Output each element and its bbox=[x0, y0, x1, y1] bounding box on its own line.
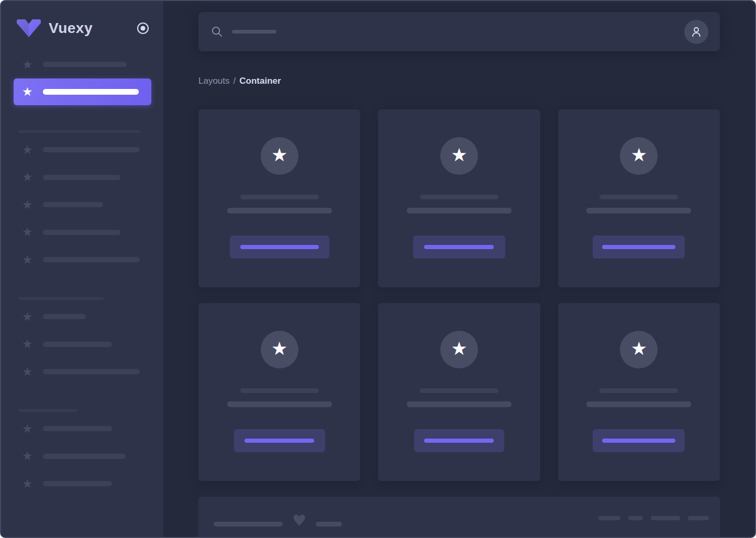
card-title-bar bbox=[599, 388, 678, 393]
sidebar-item[interactable]: ★ bbox=[1, 477, 163, 490]
card-title-bar bbox=[240, 195, 319, 199]
footer-link-bar bbox=[628, 516, 643, 520]
card-button[interactable] bbox=[413, 236, 505, 259]
heart-icon: ♥ bbox=[292, 513, 306, 529]
card-avatar-circle: ★ bbox=[620, 137, 658, 175]
card-button[interactable] bbox=[414, 429, 504, 452]
breadcrumb: Layouts/Container bbox=[198, 76, 720, 86]
vuexy-logo-icon bbox=[16, 19, 41, 38]
demo-card: ★ bbox=[198, 303, 360, 481]
demo-card: ★ bbox=[558, 109, 720, 287]
breadcrumb-separator: / bbox=[234, 76, 236, 86]
menu-label-bar bbox=[43, 202, 103, 207]
sidebar-item[interactable]: ★ bbox=[1, 450, 163, 463]
card-subtitle-bar bbox=[586, 401, 691, 407]
footer-left-group: ♥ bbox=[214, 516, 342, 532]
menu-label-bar bbox=[43, 426, 112, 431]
menu-label-bar bbox=[43, 89, 139, 95]
sidebar-item[interactable]: ★ bbox=[1, 198, 163, 211]
sidebar-item[interactable]: ★ bbox=[1, 58, 163, 71]
menu-label-bar bbox=[43, 257, 140, 262]
app-frame: Vuexy ★★★★★★★★★★★★★ Layouts/Conta bbox=[0, 0, 756, 538]
card-title-bar bbox=[599, 195, 678, 199]
card-avatar-circle: ★ bbox=[440, 331, 478, 368]
person-icon bbox=[690, 25, 703, 39]
star-icon: ★ bbox=[22, 171, 35, 183]
menu-label-bar bbox=[43, 147, 140, 152]
search-placeholder-bar bbox=[232, 30, 276, 33]
button-label-bar bbox=[244, 439, 314, 443]
sidebar-item[interactable]: ★ bbox=[1, 171, 163, 184]
star-icon: ★ bbox=[22, 450, 35, 462]
menu-label-bar bbox=[43, 314, 86, 319]
card-button[interactable] bbox=[234, 429, 325, 452]
section-title-bar bbox=[18, 409, 77, 412]
star-icon: ★ bbox=[22, 338, 35, 350]
card-grid: ★★★★★★ bbox=[198, 109, 720, 481]
card-button[interactable] bbox=[593, 429, 685, 452]
star-icon: ★ bbox=[22, 423, 35, 435]
nav-pin-toggle-icon[interactable] bbox=[137, 22, 149, 35]
user-avatar[interactable] bbox=[684, 20, 708, 44]
demo-card: ★ bbox=[198, 109, 360, 287]
star-icon: ★ bbox=[631, 340, 647, 358]
sidebar-item[interactable]: ★ bbox=[1, 338, 163, 351]
section-title-bar bbox=[18, 297, 104, 300]
demo-card: ★ bbox=[378, 109, 540, 287]
menu-label-bar bbox=[43, 454, 126, 459]
sidebar-item[interactable]: ★ bbox=[1, 143, 163, 156]
card-button[interactable] bbox=[230, 236, 329, 259]
sidebar-item[interactable]: ★ bbox=[1, 365, 163, 378]
card-avatar-circle: ★ bbox=[620, 331, 658, 368]
card-avatar-circle: ★ bbox=[261, 331, 298, 368]
menu-label-bar bbox=[43, 342, 112, 347]
star-icon: ★ bbox=[271, 146, 287, 164]
star-icon: ★ bbox=[22, 199, 35, 211]
footer-credit-bar bbox=[316, 522, 342, 526]
card-subtitle-bar bbox=[407, 208, 512, 214]
star-icon: ★ bbox=[22, 144, 35, 156]
sidebar-nav: ★★★★★★★★★★★★★ bbox=[1, 58, 163, 490]
demo-card: ★ bbox=[378, 303, 540, 481]
brand-header: Vuexy bbox=[1, 1, 163, 38]
star-icon: ★ bbox=[631, 146, 647, 164]
demo-card: ★ bbox=[558, 303, 720, 481]
section-title-bar bbox=[18, 130, 140, 133]
button-label-bar bbox=[602, 245, 675, 249]
menu-label-bar bbox=[43, 62, 127, 67]
card-avatar-circle: ★ bbox=[261, 137, 298, 175]
sidebar-item[interactable]: ★ bbox=[1, 226, 163, 239]
star-icon: ★ bbox=[22, 226, 35, 238]
menu-label-bar bbox=[43, 481, 112, 486]
star-icon: ★ bbox=[22, 366, 35, 378]
sidebar-item-active[interactable]: ★ bbox=[14, 79, 151, 105]
button-label-bar bbox=[424, 245, 494, 249]
card-subtitle-bar bbox=[227, 208, 332, 214]
main-content: Layouts/Container ★★★★★★ ♥ bbox=[163, 1, 755, 537]
brand-name: Vuexy bbox=[49, 20, 137, 37]
button-label-bar bbox=[424, 439, 494, 443]
sidebar: Vuexy ★★★★★★★★★★★★★ bbox=[1, 1, 163, 537]
footer-link-bar bbox=[598, 516, 620, 520]
star-icon: ★ bbox=[22, 86, 35, 98]
search-icon bbox=[211, 26, 223, 38]
card-button[interactable] bbox=[593, 236, 685, 259]
sidebar-item[interactable]: ★ bbox=[1, 253, 163, 266]
star-icon: ★ bbox=[271, 340, 287, 358]
card-avatar-circle: ★ bbox=[440, 137, 478, 175]
footer-card: ♥ bbox=[198, 497, 720, 538]
card-title-bar bbox=[420, 195, 498, 199]
breadcrumb-parent[interactable]: Layouts bbox=[198, 76, 230, 86]
star-icon: ★ bbox=[22, 254, 35, 266]
footer-right-group bbox=[598, 516, 709, 520]
card-title-bar bbox=[240, 388, 319, 393]
search-bar[interactable] bbox=[198, 12, 720, 51]
footer-link-bar bbox=[651, 516, 680, 520]
menu-label-bar bbox=[43, 175, 120, 180]
sidebar-item[interactable]: ★ bbox=[1, 310, 163, 323]
sidebar-item[interactable]: ★ bbox=[1, 422, 163, 435]
card-subtitle-bar bbox=[407, 401, 512, 407]
sidebar-section-header bbox=[1, 297, 163, 300]
button-label-bar bbox=[240, 245, 319, 249]
star-icon: ★ bbox=[22, 478, 35, 490]
